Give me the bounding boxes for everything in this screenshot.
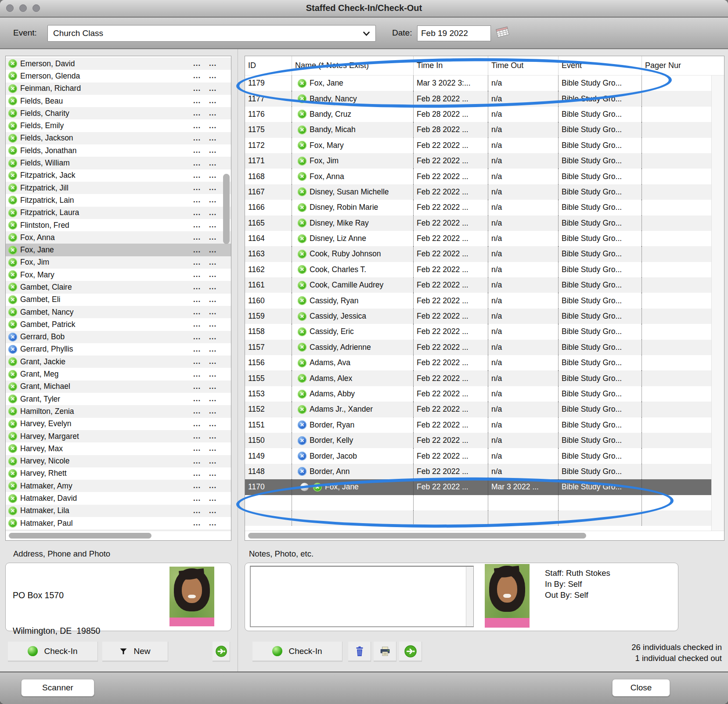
table-row[interactable]: 1161✕Cook, Camille AudreyFeb 22 2022 ...… xyxy=(245,277,712,293)
row-action-dots[interactable]: ... xyxy=(193,444,209,453)
row-action-dots[interactable]: ... xyxy=(193,295,209,304)
row-action-dots[interactable]: ... xyxy=(193,420,209,428)
row-action-dots[interactable]: ... xyxy=(209,395,225,403)
list-item[interactable]: ✕Grant, Meg...... xyxy=(6,368,231,380)
column-header-time-out[interactable]: Time Out xyxy=(488,56,558,75)
list-item[interactable]: ✕Hatmaker, David...... xyxy=(6,492,231,504)
row-action-dots[interactable]: ... xyxy=(209,494,225,503)
row-action-dots[interactable]: ... xyxy=(209,444,225,453)
row-action-dots[interactable]: ... xyxy=(193,519,209,528)
row-action-dots[interactable]: ... xyxy=(209,469,225,478)
row-action-dots[interactable]: ... xyxy=(193,171,209,180)
table-row[interactable]: 1165✕Disney, Mike RayFeb 22 2022 ...n/aB… xyxy=(245,216,712,231)
row-action-dots[interactable]: ... xyxy=(209,208,225,217)
list-item[interactable]: ✕Hamilton, Zenia...... xyxy=(6,405,231,417)
row-action-dots[interactable]: ... xyxy=(209,457,225,466)
list-item[interactable]: ✕Emerson, Glenda...... xyxy=(6,70,231,82)
table-row[interactable]: 1156✕Adams, AvaFeb 22 2022 ...n/aBible S… xyxy=(245,355,712,370)
row-action-dots[interactable]: ... xyxy=(193,109,209,118)
list-item[interactable]: ✕Fitzpatrick, Jack...... xyxy=(6,169,231,182)
people-list-hscroll-thumb[interactable] xyxy=(9,533,151,539)
delete-button[interactable] xyxy=(348,642,371,662)
list-item[interactable]: ✕Harvey, Max...... xyxy=(6,442,231,455)
row-action-dots[interactable]: ... xyxy=(193,407,209,416)
row-action-dots[interactable]: ... xyxy=(209,432,225,441)
list-item[interactable]: ✕Fields, William...... xyxy=(6,157,231,169)
left-check-in-button[interactable]: Check-In xyxy=(8,642,98,662)
row-action-dots[interactable]: ... xyxy=(193,357,209,366)
row-action-dots[interactable]: ... xyxy=(193,146,209,155)
row-action-dots[interactable]: ... xyxy=(193,159,209,168)
list-item[interactable]: ✕Hatmaker, Lila...... xyxy=(6,505,231,517)
row-action-dots[interactable]: ... xyxy=(209,246,225,255)
new-button[interactable]: New xyxy=(102,642,168,662)
list-item[interactable]: ✕Gambet, Nancy...... xyxy=(6,306,231,318)
table-row[interactable]: 1179✕Fox, JaneMar 3 2022 3:...n/aBible S… xyxy=(245,75,712,91)
column-header-pager-number[interactable]: Pager Nur xyxy=(642,56,712,75)
row-action-dots[interactable]: ... xyxy=(209,407,225,416)
row-action-dots[interactable]: ... xyxy=(193,72,209,80)
row-action-dots[interactable]: ... xyxy=(209,84,225,93)
row-action-dots[interactable]: ... xyxy=(193,333,209,341)
list-item[interactable]: ✕Hatmaker, Amy...... xyxy=(6,480,231,492)
row-action-dots[interactable]: ... xyxy=(209,122,225,130)
list-item[interactable]: ✕Emerson, David...... xyxy=(6,57,231,70)
list-item[interactable]: ✕Fitzpatrick, Lain...... xyxy=(6,194,231,206)
event-select[interactable]: Church Class xyxy=(47,25,376,42)
table-row[interactable]: 1149✕Border, JacobFeb 22 2022 ...n/aBibl… xyxy=(245,448,712,463)
row-action-dots[interactable]: ... xyxy=(193,84,209,93)
table-row[interactable]: 1163✕Cook, Ruby JohnsonFeb 22 2022 ...n/… xyxy=(245,246,712,262)
row-action-dots[interactable]: ... xyxy=(193,345,209,354)
list-item[interactable]: ✕Grant, Jackie...... xyxy=(6,356,231,368)
date-input[interactable]: Feb 19 2022 xyxy=(417,25,491,41)
row-action-dots[interactable]: ... xyxy=(209,59,225,68)
row-action-dots[interactable]: ... xyxy=(193,233,209,242)
table-row[interactable]: 1153✕Adams, AbbyFeb 22 2022 ...n/aBible … xyxy=(245,386,712,402)
table-row[interactable]: 1148✕Border, AnnFeb 22 2022 ...n/aBible … xyxy=(245,464,712,479)
row-action-dots[interactable]: ... xyxy=(193,308,209,316)
row-action-dots[interactable]: ... xyxy=(209,146,225,155)
row-action-dots[interactable]: ... xyxy=(209,183,225,192)
list-item[interactable]: ✕Feinman, Richard...... xyxy=(6,83,231,95)
list-item[interactable]: ✕Fitzpatrick, Laura...... xyxy=(6,207,231,219)
row-action-dots[interactable]: ... xyxy=(193,506,209,515)
table-row[interactable]: 1160✕Cassidy, RyanFeb 22 2022 ...n/aBibl… xyxy=(245,293,712,308)
list-item[interactable]: ✕Fox, Jane...... xyxy=(6,244,231,256)
table-row[interactable]: 1157✕Cassidy, AdrienneFeb 22 2022 ...n/a… xyxy=(245,340,712,355)
row-action-dots[interactable]: ... xyxy=(209,233,225,242)
list-item[interactable]: ✕Fitzpatrick, Jill...... xyxy=(6,182,231,194)
list-item[interactable]: ✕Fox, Jim...... xyxy=(6,256,231,269)
row-action-dots[interactable]: ... xyxy=(193,320,209,329)
notes-scrollbar-track[interactable] xyxy=(466,567,473,626)
print-button[interactable] xyxy=(374,642,396,662)
right-check-in-button[interactable]: Check-In xyxy=(252,642,342,662)
list-item[interactable]: ✕Fields, Beau...... xyxy=(6,95,231,107)
scanner-button[interactable]: Scanner xyxy=(21,679,94,697)
list-item[interactable]: ✕Hatmaker, Paul...... xyxy=(6,517,231,529)
row-action-dots[interactable]: ... xyxy=(209,308,225,316)
right-forward-button[interactable] xyxy=(399,642,422,662)
list-item[interactable]: ✕Fox, Anna...... xyxy=(6,231,231,244)
row-action-dots[interactable]: ... xyxy=(193,457,209,466)
row-action-dots[interactable]: ... xyxy=(209,295,225,304)
list-item[interactable]: ✕Flintston, Fred...... xyxy=(6,219,231,231)
row-action-dots[interactable]: ... xyxy=(209,171,225,180)
row-action-dots[interactable]: ... xyxy=(193,370,209,379)
row-action-dots[interactable]: ... xyxy=(209,283,225,291)
row-action-dots[interactable]: ... xyxy=(209,221,225,230)
row-action-dots[interactable]: ... xyxy=(193,432,209,441)
row-action-dots[interactable]: ... xyxy=(209,345,225,354)
column-header-time-in[interactable]: Time In xyxy=(413,56,488,75)
row-action-dots[interactable]: ... xyxy=(193,382,209,391)
calendar-icon[interactable] xyxy=(495,25,511,40)
table-row[interactable]: 1159✕Cassidy, JessicaFeb 22 2022 ...n/aB… xyxy=(245,309,712,324)
row-action-dots[interactable]: ... xyxy=(193,258,209,267)
table-row[interactable]: 1150✕Border, KellyFeb 22 2022 ...n/aBibl… xyxy=(245,433,712,448)
row-action-dots[interactable]: ... xyxy=(209,357,225,366)
row-action-dots[interactable]: ... xyxy=(193,270,209,279)
row-action-dots[interactable]: ... xyxy=(193,196,209,205)
row-action-dots[interactable]: ... xyxy=(209,382,225,391)
list-item[interactable]: ✕Fields, Charity...... xyxy=(6,107,231,119)
column-header-event[interactable]: Event xyxy=(558,56,642,75)
table-row[interactable]: 1172✕Fox, MaryFeb 22 2022 ...n/aBible St… xyxy=(245,138,712,153)
